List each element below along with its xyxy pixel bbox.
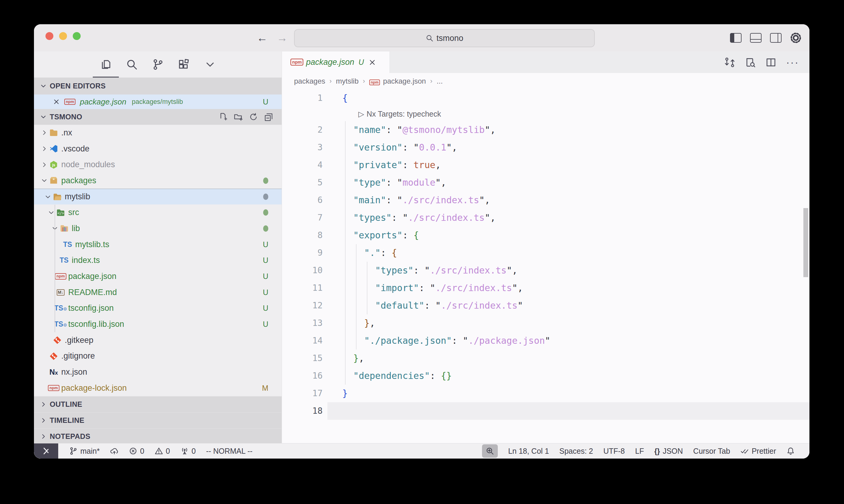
git-status-dot — [263, 178, 268, 184]
tree-item-nx-json[interactable]: Nx nx.json — [34, 364, 282, 380]
code-line-1: 1{ — [282, 89, 809, 107]
command-center-search[interactable]: tsmono — [294, 29, 595, 47]
settings-gear-icon[interactable] — [790, 32, 802, 43]
status-label: Ln 18, Col 1 — [508, 447, 549, 455]
open-editor-item[interactable]: npm package.json packages/mytslib U — [34, 94, 282, 109]
open-preview-icon[interactable] — [745, 57, 756, 68]
close-icon[interactable] — [53, 98, 60, 105]
branch-icon — [69, 447, 77, 455]
status-cursor-position[interactable]: Ln 18, Col 1 — [508, 447, 549, 455]
open-editors-header[interactable]: OPEN EDITORS — [34, 77, 282, 94]
status-git-branch[interactable]: main* — [69, 447, 100, 455]
tree-item-src[interactable]: </> src — [34, 204, 282, 220]
collapse-all-icon[interactable] — [264, 112, 273, 122]
explorer-header[interactable]: TSMONO — [34, 109, 282, 125]
status-sync-changes[interactable] — [110, 447, 119, 455]
remote-indicator[interactable] — [34, 444, 58, 458]
editor-scrollbar-thumb[interactable] — [803, 208, 808, 277]
status-zoom-indicator[interactable] — [482, 444, 498, 458]
new-file-icon[interactable] — [219, 112, 228, 122]
bell-icon — [787, 447, 795, 455]
breadcrumb-item[interactable]: packages — [294, 77, 325, 85]
status-language-mode[interactable]: {}JSON — [654, 447, 683, 455]
tree-item-package-json[interactable]: npm package.json U — [34, 268, 282, 284]
status-label: Cursor Tab — [693, 447, 730, 455]
compare-changes-icon[interactable] — [724, 57, 735, 68]
code-line-8: 8 "exports": { — [282, 227, 809, 244]
md-icon: M↓ — [55, 289, 66, 295]
breadcrumb-item[interactable]: ... — [436, 77, 443, 85]
toggle-sidebar-icon[interactable] — [730, 33, 742, 43]
folder-src-icon: </> — [55, 208, 66, 217]
code-line-10: 10 "types": "./src/index.ts", — [282, 262, 809, 279]
back-icon[interactable]: ← — [257, 32, 268, 44]
panel-header-timeline[interactable]: TIMELINE — [34, 412, 282, 428]
panel-header-notepads[interactable]: NOTEPADS — [34, 428, 282, 444]
tree-item--vscode[interactable]: .vscode — [34, 141, 282, 157]
ts-icon: TS — [58, 256, 70, 265]
tree-item--gitkeep[interactable]: .gitkeep — [34, 332, 282, 348]
tree-item-label: mytslib — [65, 192, 90, 201]
tree-item-node-modules[interactable]: js node_modules — [34, 157, 282, 173]
tree-item-mytslib[interactable]: mytslib — [34, 189, 282, 205]
git-status-dot — [263, 194, 268, 200]
breadcrumb-item[interactable]: npmpackage.json — [369, 77, 426, 85]
code-line-14: 14 "./package.json": "./package.json" — [282, 332, 809, 349]
activity-search-icon[interactable] — [119, 52, 145, 77]
new-folder-icon[interactable] — [234, 112, 243, 122]
breadcrumb-separator: › — [363, 77, 365, 85]
js-icon: js — [48, 160, 59, 169]
tree-item-package-lock-json[interactable]: npm package-lock.json M — [34, 380, 282, 396]
close-window-button[interactable] — [46, 32, 53, 40]
chevron-right-icon — [40, 433, 47, 440]
line-number: 12 — [282, 297, 323, 314]
tab-package-json[interactable]: npm package.json U — [282, 52, 390, 73]
status-warnings[interactable]: 0 — [155, 447, 170, 455]
status-label: Spaces: 2 — [559, 447, 593, 455]
status-cursor-tab[interactable]: Cursor Tab — [693, 447, 730, 455]
tree-item--gitignore[interactable]: .gitignore — [34, 348, 282, 364]
panel-title: TIMELINE — [50, 416, 84, 425]
tree-item-lib[interactable]: lib — [34, 220, 282, 237]
activity-explorer-icon[interactable] — [93, 52, 119, 77]
svg-text:js: js — [52, 163, 55, 167]
toggle-panel-icon[interactable] — [750, 33, 761, 43]
status-label: Prettier — [752, 447, 776, 455]
tree-item-tsconfig-lib-json[interactable]: TS⚙ tsconfig.lib.json U — [34, 316, 282, 332]
tree-item-readme-md[interactable]: M↓ README.md U — [34, 284, 282, 301]
status-eol[interactable]: LF — [635, 447, 644, 455]
zoom-window-button[interactable] — [73, 32, 81, 40]
status-indentation[interactable]: Spaces: 2 — [559, 447, 593, 455]
refresh-icon[interactable] — [249, 112, 258, 122]
status-encoding[interactable]: UTF-8 — [603, 447, 625, 455]
toggle-secondary-sidebar-icon[interactable] — [770, 33, 781, 43]
more-actions-icon[interactable]: ··· — [786, 56, 799, 68]
tree-item-packages[interactable]: packages — [34, 173, 282, 189]
cloud-icon — [110, 447, 119, 455]
breadcrumb-separator: › — [329, 77, 332, 85]
tree-item-mytslib-ts[interactable]: TS mytslib.ts U — [34, 237, 282, 253]
status-notifications[interactable] — [787, 447, 795, 455]
tree-item--nx[interactable]: .nx — [34, 125, 282, 141]
status-vim-mode[interactable]: -- NORMAL -- — [206, 447, 253, 455]
status-errors[interactable]: 0 — [129, 447, 144, 455]
tree-item-index-ts[interactable]: TS index.ts U — [34, 253, 282, 269]
warn-icon — [155, 447, 163, 455]
code-editor[interactable]: 1{▷Nx Targets: typecheck2 "name": "@tsmo… — [282, 89, 809, 443]
close-icon[interactable] — [368, 58, 376, 66]
activity-extensions-icon[interactable] — [171, 52, 197, 77]
status-formatter[interactable]: Prettier — [740, 447, 776, 455]
split-editor-icon[interactable] — [765, 57, 776, 68]
status-ports[interactable]: 0 — [180, 447, 196, 455]
line-number: 17 — [282, 385, 323, 402]
minimize-window-button[interactable] — [59, 32, 67, 40]
breadcrumb-item[interactable]: mytslib — [336, 77, 359, 85]
magnifier-plus-icon — [482, 444, 498, 458]
forward-icon[interactable]: → — [277, 32, 288, 44]
panel-header-outline[interactable]: OUTLINE — [34, 396, 282, 412]
tree-item-tsconfig-json[interactable]: TS⚙ tsconfig.json U — [34, 301, 282, 317]
code-line-7: 7 "types": "./src/index.ts", — [282, 209, 809, 227]
activity-more-icon[interactable] — [197, 52, 223, 77]
activity-source-control-icon[interactable] — [145, 52, 171, 77]
codelens-run-link[interactable]: ▷Nx Targets: typecheck — [358, 107, 441, 121]
